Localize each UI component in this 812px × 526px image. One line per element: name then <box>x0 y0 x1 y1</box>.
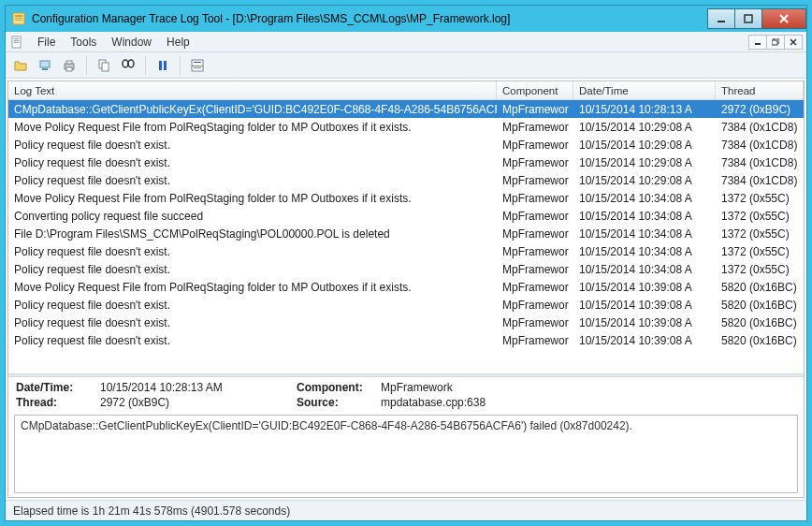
svg-rect-11 <box>14 42 19 43</box>
log-row[interactable]: Policy request file doesn't exist.MpFram… <box>8 331 804 349</box>
svg-rect-3 <box>15 20 22 21</box>
log-cell-component: MpFramewor <box>497 316 573 329</box>
open-server-button[interactable] <box>34 54 56 77</box>
log-cell-thread: 1372 (0x55C) <box>716 245 804 258</box>
log-cell-text: Policy request file doesn't exist. <box>8 334 497 347</box>
log-cell-datetime: 10/15/2014 10:39:08 A <box>573 281 716 294</box>
log-cell-datetime: 10/15/2014 10:34:08 A <box>573 227 716 241</box>
svg-rect-5 <box>745 15 752 22</box>
mdi-minimize-button[interactable] <box>748 35 767 50</box>
details-source-label: Source: <box>297 396 381 409</box>
window-title: Configuration Manager Trace Log Tool - [… <box>32 12 708 25</box>
svg-rect-23 <box>102 63 109 71</box>
svg-rect-14 <box>772 40 777 45</box>
svg-rect-28 <box>164 61 167 70</box>
close-button[interactable] <box>761 8 806 29</box>
log-cell-text: Policy request file doesn't exist. <box>8 245 497 258</box>
svg-rect-17 <box>40 61 50 67</box>
log-cell-component: MpFramewor <box>497 121 573 134</box>
log-cell-component: MpFramewor <box>497 192 573 205</box>
log-cell-datetime: 10/15/2014 10:28:13 A <box>573 103 716 116</box>
log-cell-text: Move Policy Request File from PolReqStag… <box>8 192 497 205</box>
log-cell-thread: 5820 (0x16BC) <box>716 299 804 312</box>
details-thread-value: 2972 (0xB9C) <box>100 396 297 409</box>
log-row[interactable]: Policy request file doesn't exist.MpFram… <box>8 296 804 314</box>
log-cell-datetime: 10/15/2014 10:34:08 A <box>573 263 716 276</box>
log-cell-thread: 7384 (0x1CD8) <box>716 174 804 187</box>
svg-rect-1 <box>15 15 22 17</box>
svg-rect-2 <box>15 18 22 19</box>
menu-help[interactable]: Help <box>159 34 197 51</box>
log-row[interactable]: Converting policy request file succeedMp… <box>8 207 804 225</box>
log-cell-text: Policy request file doesn't exist. <box>8 139 497 152</box>
log-cell-datetime: 10/15/2014 10:34:08 A <box>573 245 716 258</box>
log-row[interactable]: Move Policy Request File from PolReqStag… <box>8 278 804 296</box>
statusbar: Elapsed time is 1h 21m 41s 578ms (4901.5… <box>6 500 806 520</box>
details-component-label: Component: <box>297 381 381 394</box>
col-header-component[interactable]: Component <box>497 81 573 99</box>
pause-button[interactable] <box>152 54 174 77</box>
copy-button[interactable] <box>93 54 115 77</box>
log-row[interactable]: CMpDatabase::GetClientPublicKeyEx(Client… <box>8 100 804 118</box>
svg-rect-4 <box>718 21 725 22</box>
log-cell-thread: 5820 (0x16BC) <box>716 316 804 329</box>
log-cell-component: MpFramewor <box>497 174 573 187</box>
col-header-datetime[interactable]: Date/Time <box>573 81 716 99</box>
log-cell-datetime: 10/15/2014 10:29:08 A <box>573 156 716 169</box>
menu-tools[interactable]: Tools <box>63 34 104 51</box>
log-row[interactable]: Policy request file doesn't exist.MpFram… <box>8 153 804 171</box>
log-cell-component: MpFramewor <box>497 263 573 276</box>
details-message[interactable]: CMpDatabase::GetClientPublicKeyEx(Client… <box>14 415 798 493</box>
log-cell-thread: 1372 (0x55C) <box>716 210 804 223</box>
mdi-restore-button[interactable] <box>766 35 785 50</box>
log-rows[interactable]: CMpDatabase::GetClientPublicKeyEx(Client… <box>8 100 804 373</box>
svg-rect-12 <box>755 43 761 45</box>
log-cell-text: Move Policy Request File from PolReqStag… <box>8 281 497 294</box>
minimize-button[interactable] <box>707 8 735 29</box>
svg-rect-18 <box>42 68 48 70</box>
toolbar <box>6 52 806 79</box>
log-row[interactable]: File D:\Program Files\SMS_CCM\PolReqStag… <box>8 225 804 242</box>
print-button[interactable] <box>58 54 80 77</box>
details-thread-label: Thread: <box>16 396 100 409</box>
log-row[interactable]: Move Policy Request File from PolReqStag… <box>8 189 804 207</box>
titlebar[interactable]: Configuration Manager Trace Log Tool - [… <box>6 6 806 32</box>
main-window: Configuration Manager Trace Log Tool - [… <box>5 5 807 521</box>
log-cell-text: Move Policy Request File from PolReqStag… <box>8 121 497 134</box>
log-cell-datetime: 10/15/2014 10:39:08 A <box>573 299 716 312</box>
col-header-thread[interactable]: Thread <box>716 81 804 99</box>
log-cell-thread: 2972 (0xB9C) <box>716 103 804 116</box>
menubar: File Tools Window Help <box>6 32 806 52</box>
log-cell-component: MpFramewor <box>497 210 573 223</box>
log-cell-text: Policy request file doesn't exist. <box>8 174 497 187</box>
open-file-button[interactable] <box>9 54 32 77</box>
col-header-logtext[interactable]: Log Text <box>8 81 497 99</box>
log-cell-thread: 1372 (0x55C) <box>716 192 804 205</box>
toggle-detail-button[interactable] <box>186 54 209 77</box>
find-button[interactable] <box>117 54 139 77</box>
log-cell-text: Policy request file doesn't exist. <box>8 299 497 312</box>
menu-window[interactable]: Window <box>104 34 159 51</box>
log-cell-component: MpFramewor <box>497 281 573 294</box>
menu-file[interactable]: File <box>30 34 63 51</box>
log-cell-text: Policy request file doesn't exist. <box>8 316 497 329</box>
log-cell-component: MpFramewor <box>497 103 573 116</box>
details-meta: Date/Time: 10/15/2014 10:28:13 AM Compon… <box>8 377 804 413</box>
details-component-value: MpFramework <box>381 381 796 394</box>
details-datetime-label: Date/Time: <box>16 381 100 394</box>
log-cell-component: MpFramewor <box>497 139 573 152</box>
log-row[interactable]: Move Policy Request File from PolReqStag… <box>8 118 804 136</box>
log-cell-text: File D:\Program Files\SMS_CCM\PolReqStag… <box>8 227 497 241</box>
log-row[interactable]: Policy request file doesn't exist.MpFram… <box>8 242 804 260</box>
log-row[interactable]: Policy request file doesn't exist.MpFram… <box>8 314 804 331</box>
log-row[interactable]: Policy request file doesn't exist.MpFram… <box>8 171 804 189</box>
log-row[interactable]: Policy request file doesn't exist.MpFram… <box>8 136 804 153</box>
svg-rect-9 <box>14 38 19 39</box>
log-row[interactable]: Policy request file doesn't exist.MpFram… <box>8 260 804 278</box>
mdi-close-button[interactable] <box>784 35 803 50</box>
maximize-button[interactable] <box>734 8 762 29</box>
log-cell-text: Policy request file doesn't exist. <box>8 156 497 169</box>
log-cell-datetime: 10/15/2014 10:34:08 A <box>573 192 716 205</box>
svg-rect-31 <box>194 62 201 63</box>
log-cell-component: MpFramewor <box>497 299 573 312</box>
